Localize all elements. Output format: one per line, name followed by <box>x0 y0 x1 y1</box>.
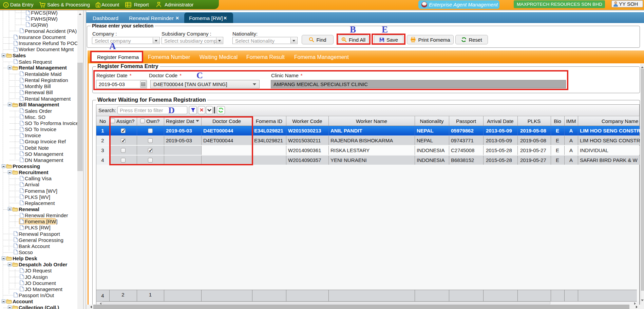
svg-text:$: $ <box>97 4 99 7</box>
svg-text:i: i <box>5 3 6 7</box>
